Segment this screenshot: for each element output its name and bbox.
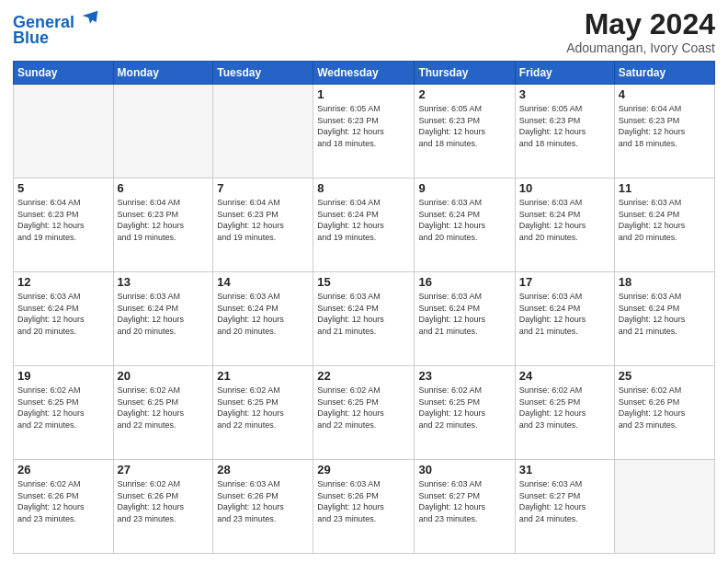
day-number: 11 [619, 181, 711, 195]
day-number: 25 [619, 369, 711, 383]
day-cell: 26Sunrise: 6:02 AM Sunset: 6:26 PM Dayli… [14, 460, 114, 554]
day-number: 18 [619, 275, 711, 289]
day-cell: 16Sunrise: 6:03 AM Sunset: 6:24 PM Dayli… [415, 272, 515, 366]
day-number: 1 [317, 87, 410, 101]
day-cell [614, 460, 714, 554]
day-cell: 6Sunrise: 6:04 AM Sunset: 6:23 PM Daylig… [113, 178, 213, 272]
day-number: 21 [217, 369, 309, 383]
day-cell: 12Sunrise: 6:03 AM Sunset: 6:24 PM Dayli… [14, 272, 114, 366]
day-number: 9 [418, 181, 510, 195]
day-info: Sunrise: 6:03 AM Sunset: 6:24 PM Dayligh… [317, 291, 410, 337]
weekday-header-thursday: Thursday [415, 62, 515, 85]
day-info: Sunrise: 6:02 AM Sunset: 6:25 PM Dayligh… [118, 385, 210, 431]
day-info: Sunrise: 6:05 AM Sunset: 6:23 PM Dayligh… [418, 103, 510, 149]
day-number: 31 [519, 463, 610, 477]
day-number: 3 [519, 87, 610, 101]
day-cell: 8Sunrise: 6:04 AM Sunset: 6:24 PM Daylig… [313, 178, 415, 272]
day-info: Sunrise: 6:05 AM Sunset: 6:23 PM Dayligh… [519, 103, 610, 149]
day-cell: 22Sunrise: 6:02 AM Sunset: 6:25 PM Dayli… [313, 366, 415, 460]
day-number: 20 [118, 369, 210, 383]
day-cell [213, 85, 313, 178]
day-number: 29 [317, 463, 410, 477]
day-number: 17 [519, 275, 610, 289]
day-cell [113, 85, 213, 178]
day-cell: 25Sunrise: 6:02 AM Sunset: 6:26 PM Dayli… [614, 366, 714, 460]
day-info: Sunrise: 6:02 AM Sunset: 6:26 PM Dayligh… [118, 478, 210, 524]
day-info: Sunrise: 6:02 AM Sunset: 6:25 PM Dayligh… [17, 385, 109, 431]
day-info: Sunrise: 6:03 AM Sunset: 6:26 PM Dayligh… [217, 478, 309, 524]
day-cell: 31Sunrise: 6:03 AM Sunset: 6:27 PM Dayli… [515, 460, 614, 554]
day-info: Sunrise: 6:03 AM Sunset: 6:27 PM Dayligh… [519, 478, 610, 524]
logo-bird-icon [81, 9, 99, 28]
day-number: 27 [118, 463, 210, 477]
day-cell: 17Sunrise: 6:03 AM Sunset: 6:24 PM Dayli… [515, 272, 614, 366]
day-cell: 29Sunrise: 6:03 AM Sunset: 6:26 PM Dayli… [313, 460, 415, 554]
day-cell: 11Sunrise: 6:03 AM Sunset: 6:24 PM Dayli… [614, 178, 714, 272]
day-number: 19 [17, 369, 109, 383]
week-row-3: 12Sunrise: 6:03 AM Sunset: 6:24 PM Dayli… [14, 272, 715, 366]
day-cell: 1Sunrise: 6:05 AM Sunset: 6:23 PM Daylig… [313, 85, 415, 178]
day-cell: 9Sunrise: 6:03 AM Sunset: 6:24 PM Daylig… [415, 178, 515, 272]
day-info: Sunrise: 6:03 AM Sunset: 6:24 PM Dayligh… [418, 291, 510, 337]
day-cell: 28Sunrise: 6:03 AM Sunset: 6:26 PM Dayli… [213, 460, 313, 554]
day-number: 15 [317, 275, 410, 289]
day-number: 16 [418, 275, 510, 289]
day-info: Sunrise: 6:02 AM Sunset: 6:25 PM Dayligh… [418, 385, 510, 431]
day-number: 14 [217, 275, 309, 289]
day-cell: 2Sunrise: 6:05 AM Sunset: 6:23 PM Daylig… [415, 85, 515, 178]
day-info: Sunrise: 6:04 AM Sunset: 6:23 PM Dayligh… [217, 197, 309, 243]
day-cell: 20Sunrise: 6:02 AM Sunset: 6:25 PM Dayli… [113, 366, 213, 460]
day-cell: 7Sunrise: 6:04 AM Sunset: 6:23 PM Daylig… [213, 178, 313, 272]
day-info: Sunrise: 6:03 AM Sunset: 6:24 PM Dayligh… [519, 291, 610, 337]
weekday-header-saturday: Saturday [614, 62, 714, 85]
day-number: 8 [317, 181, 410, 195]
day-number: 22 [317, 369, 410, 383]
day-cell: 13Sunrise: 6:03 AM Sunset: 6:24 PM Dayli… [113, 272, 213, 366]
weekday-header-wednesday: Wednesday [313, 62, 415, 85]
day-cell: 23Sunrise: 6:02 AM Sunset: 6:25 PM Dayli… [415, 366, 515, 460]
day-info: Sunrise: 6:04 AM Sunset: 6:23 PM Dayligh… [17, 197, 109, 243]
location: Adoumangan, Ivory Coast [566, 40, 715, 55]
day-info: Sunrise: 6:04 AM Sunset: 6:23 PM Dayligh… [118, 197, 210, 243]
day-cell: 27Sunrise: 6:02 AM Sunset: 6:26 PM Dayli… [113, 460, 213, 554]
weekday-header-row: SundayMondayTuesdayWednesdayThursdayFrid… [14, 62, 715, 85]
day-info: Sunrise: 6:03 AM Sunset: 6:24 PM Dayligh… [619, 291, 711, 337]
month-year: May 2024 [566, 9, 715, 39]
day-info: Sunrise: 6:02 AM Sunset: 6:25 PM Dayligh… [317, 385, 410, 431]
day-number: 24 [519, 369, 610, 383]
day-number: 13 [118, 275, 210, 289]
calendar-table: SundayMondayTuesdayWednesdayThursdayFrid… [13, 61, 715, 554]
weekday-header-tuesday: Tuesday [213, 62, 313, 85]
day-cell: 10Sunrise: 6:03 AM Sunset: 6:24 PM Dayli… [515, 178, 614, 272]
day-cell [14, 85, 114, 178]
day-info: Sunrise: 6:03 AM Sunset: 6:24 PM Dayligh… [418, 197, 510, 243]
weekday-header-sunday: Sunday [14, 62, 114, 85]
day-number: 23 [418, 369, 510, 383]
day-cell: 4Sunrise: 6:04 AM Sunset: 6:23 PM Daylig… [614, 85, 714, 178]
weekday-header-friday: Friday [515, 62, 614, 85]
day-number: 28 [217, 463, 309, 477]
day-info: Sunrise: 6:03 AM Sunset: 6:24 PM Dayligh… [118, 291, 210, 337]
day-info: Sunrise: 6:03 AM Sunset: 6:24 PM Dayligh… [217, 291, 309, 337]
calendar-page: General Blue May 2024 Adoumangan, Ivory … [0, 0, 728, 563]
day-cell: 5Sunrise: 6:04 AM Sunset: 6:23 PM Daylig… [14, 178, 114, 272]
day-number: 7 [217, 181, 309, 195]
week-row-1: 1Sunrise: 6:05 AM Sunset: 6:23 PM Daylig… [14, 85, 715, 178]
week-row-4: 19Sunrise: 6:02 AM Sunset: 6:25 PM Dayli… [14, 366, 715, 460]
day-number: 6 [118, 181, 210, 195]
day-info: Sunrise: 6:03 AM Sunset: 6:24 PM Dayligh… [519, 197, 610, 243]
day-info: Sunrise: 6:03 AM Sunset: 6:24 PM Dayligh… [619, 197, 711, 243]
day-number: 30 [418, 463, 510, 477]
day-info: Sunrise: 6:02 AM Sunset: 6:25 PM Dayligh… [519, 385, 610, 431]
logo: General Blue [13, 9, 99, 48]
day-info: Sunrise: 6:03 AM Sunset: 6:24 PM Dayligh… [17, 291, 109, 337]
day-cell: 3Sunrise: 6:05 AM Sunset: 6:23 PM Daylig… [515, 85, 614, 178]
day-info: Sunrise: 6:05 AM Sunset: 6:23 PM Dayligh… [317, 103, 410, 149]
day-number: 26 [17, 463, 109, 477]
header: General Blue May 2024 Adoumangan, Ivory … [13, 9, 715, 55]
day-number: 10 [519, 181, 610, 195]
day-cell: 15Sunrise: 6:03 AM Sunset: 6:24 PM Dayli… [313, 272, 415, 366]
day-info: Sunrise: 6:03 AM Sunset: 6:26 PM Dayligh… [317, 478, 410, 524]
day-number: 2 [418, 87, 510, 101]
day-number: 5 [17, 181, 109, 195]
